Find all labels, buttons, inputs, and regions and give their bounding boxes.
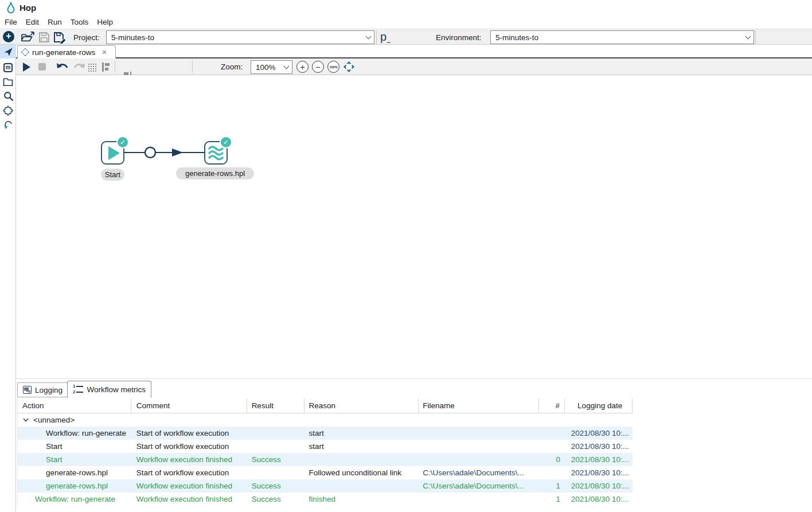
success-check-icon: ✓: [116, 136, 129, 148]
start-action-icon: [108, 146, 120, 160]
metadata-icon: m: [3, 63, 13, 72]
project-combo-value: 5-minutes-to: [111, 33, 366, 42]
toolbar-separator: [192, 61, 193, 73]
zoom-100-button[interactable]: 100%: [327, 61, 339, 73]
group-label: <unnamed>: [33, 416, 75, 424]
environment-label: Environment:: [436, 33, 482, 42]
title-bar: Hop: [0, 0, 812, 15]
tab-label: run-generate-rows: [32, 48, 95, 57]
table-row[interactable]: Workflow: run-generate Workflow executio…: [18, 493, 633, 506]
paper-plane-icon: [3, 47, 13, 57]
chevron-down-icon[interactable]: [745, 33, 751, 39]
environment-combo-value: 5-minutes-to: [495, 33, 746, 42]
col-header-comment[interactable]: Comment: [131, 398, 247, 413]
workflow-canvas[interactable]: ✓ Start ✓ generate-rows.hpl: [16, 75, 812, 378]
logging-icon: og: [23, 386, 32, 394]
perspective-file-explorer[interactable]: [0, 75, 16, 89]
app-title: Hop: [19, 3, 36, 13]
run-workflow-button[interactable]: [23, 62, 30, 72]
toolbar-separator: [755, 30, 756, 44]
redo-button[interactable]: [73, 62, 85, 72]
zoom-combo[interactable]: 100%: [251, 60, 292, 74]
tab-logging-label: Logging: [35, 386, 63, 394]
tab-run-generate-rows[interactable]: run-generate-rows ✕: [17, 45, 116, 58]
menu-bar: File Edit Run Tools Help: [0, 15, 812, 29]
hop-arrow-icon: [3, 120, 13, 130]
perspective-search[interactable]: [0, 89, 16, 103]
perspective-neo4j[interactable]: [0, 118, 16, 132]
save-button[interactable]: [38, 32, 50, 43]
chevron-down-icon[interactable]: [284, 63, 290, 69]
hop-logo-icon: [6, 1, 16, 14]
chevron-down-icon[interactable]: [23, 418, 29, 422]
hop-window: Hop File Edit Run Tools Help + Project: …: [0, 0, 812, 512]
chevron-down-icon[interactable]: [366, 33, 372, 39]
menu-run[interactable]: Run: [48, 18, 62, 26]
zoom-combo-value: 100%: [256, 63, 284, 72]
new-item-button[interactable]: +: [3, 31, 14, 42]
tab-metrics-label: Workflow metrics: [87, 385, 146, 394]
col-header-filename[interactable]: Filename: [419, 398, 539, 413]
perspective-data-orchestration[interactable]: [0, 45, 16, 58]
tab-workflow-metrics[interactable]: 1 2 Workflow metrics: [67, 381, 151, 398]
project-label: Project:: [73, 33, 100, 42]
canvas-toolbar: Zoom: 100% + − 100%: [16, 58, 812, 75]
col-header-reason[interactable]: Reason: [304, 398, 419, 413]
menu-tools[interactable]: Tools: [71, 18, 89, 26]
save-as-button[interactable]: [53, 32, 67, 44]
metrics-list-icon: 1 2: [73, 384, 83, 394]
menu-help[interactable]: Help: [97, 18, 113, 26]
table-row[interactable]: Start Workflow execution finished Succes…: [18, 453, 633, 466]
perspective-sidebar: m: [0, 45, 16, 512]
search-icon: [3, 91, 13, 101]
table-row[interactable]: Start Start of workflow execution start …: [18, 440, 633, 453]
perspective-plugins[interactable]: [0, 103, 16, 118]
environment-combo[interactable]: 5-minutes-to: [490, 30, 754, 44]
close-tab-icon[interactable]: ✕: [102, 49, 107, 56]
undo-button[interactable]: [56, 62, 69, 72]
toolbar-separator: [376, 30, 377, 44]
show-grid-button[interactable]: [88, 63, 97, 72]
zoom-label: Zoom:: [221, 62, 243, 71]
metrics-table-body: <unnamed> Workflow: run-generate Start o…: [17, 413, 633, 506]
zoom-out-button[interactable]: −: [312, 61, 324, 73]
table-row[interactable]: Workflow: run-generate Start of workflow…: [18, 427, 633, 440]
open-file-button[interactable]: [21, 32, 34, 43]
tab-logging[interactable]: og Logging: [17, 382, 68, 397]
toolbar-separator: [115, 61, 115, 73]
col-header-action[interactable]: Action: [18, 398, 131, 413]
menu-file[interactable]: File: [5, 18, 17, 26]
perspective-metadata[interactable]: m: [0, 60, 16, 75]
execution-results-panel: og Logging 1 2 Workflow metrics Action C…: [16, 378, 812, 512]
success-check-icon: ✓: [220, 136, 232, 148]
hop-link[interactable]: [124, 141, 204, 164]
col-header-logging-date[interactable]: Logging date: [565, 398, 633, 413]
col-header-count[interactable]: #: [539, 398, 565, 413]
menu-edit[interactable]: Edit: [26, 18, 39, 26]
file-tab-bar: run-generate-rows ✕: [16, 45, 812, 58]
stop-workflow-button[interactable]: [38, 63, 46, 71]
project-combo[interactable]: 5-minutes-to: [106, 30, 374, 44]
metrics-table-header: Action Comment Result Reason Filename # …: [17, 398, 633, 413]
col-header-result[interactable]: Result: [247, 398, 304, 413]
table-row[interactable]: generate-rows.hpl Workflow execution fin…: [18, 479, 633, 493]
table-row[interactable]: generate-rows.hpl Start of workflow exec…: [18, 466, 633, 479]
group-row[interactable]: <unnamed>: [18, 413, 633, 427]
node-label-generate-rows[interactable]: generate-rows.hpl: [176, 167, 254, 179]
folder-icon: [3, 77, 13, 86]
node-label-start[interactable]: Start: [101, 169, 124, 181]
workflow-icon: [21, 48, 29, 56]
main-toolbar: + Project: 5-minutes-to p ... p +: [0, 29, 812, 45]
puzzle-icon: [3, 105, 13, 116]
fit-to-screen-button[interactable]: [343, 61, 354, 72]
zoom-in-button[interactable]: +: [296, 61, 309, 73]
align-left-button[interactable]: [102, 62, 112, 72]
